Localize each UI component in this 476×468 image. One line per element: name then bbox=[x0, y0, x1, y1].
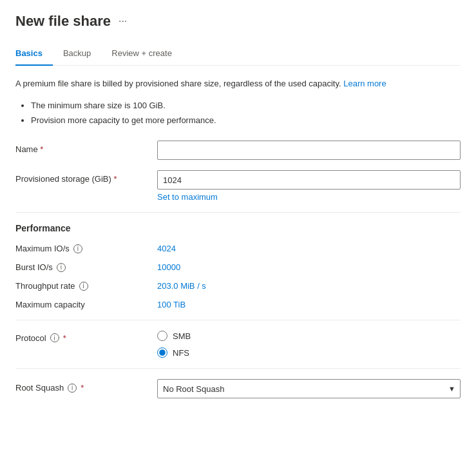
protocol-smb-radio[interactable] bbox=[157, 331, 167, 341]
provisioned-storage-wrapper: Set to maximum bbox=[157, 170, 461, 202]
provisioned-storage-row: Provisioned storage (GiB) * Set to maxim… bbox=[15, 170, 461, 202]
tab-review-create[interactable]: Review + create bbox=[111, 42, 182, 66]
bullet-1: The minimum share size is 100 GiB. bbox=[31, 98, 461, 113]
ellipsis-menu-button[interactable]: ··· bbox=[116, 14, 129, 28]
throughput-row: Throughput rate i 203.0 MiB / s bbox=[15, 281, 461, 291]
tab-basics[interactable]: Basics bbox=[15, 42, 53, 66]
page-title-row: New file share ··· bbox=[15, 13, 461, 30]
throughput-info-icon[interactable]: i bbox=[79, 282, 88, 291]
root-squash-info-icon[interactable]: i bbox=[68, 384, 77, 393]
root-squash-label: Root Squash i * bbox=[15, 379, 157, 393]
protocol-smb-label: SMB bbox=[173, 331, 191, 341]
name-label: Name * bbox=[15, 141, 157, 154]
max-capacity-value: 100 TiB bbox=[157, 300, 186, 309]
max-capacity-label: Maximum capacity bbox=[15, 300, 157, 309]
protocol-info-icon[interactable]: i bbox=[50, 333, 59, 342]
name-input[interactable] bbox=[157, 141, 461, 160]
info-bullets: The minimum share size is 100 GiB. Provi… bbox=[31, 98, 461, 128]
page-title: New file share bbox=[15, 13, 111, 30]
provisioned-storage-label: Provisioned storage (GiB) * bbox=[15, 170, 157, 184]
burst-ios-row: Burst IO/s i 10000 bbox=[15, 262, 461, 272]
name-input-wrapper bbox=[157, 141, 461, 160]
root-squash-row: Root Squash i * No Root Squash Root Squa… bbox=[15, 379, 461, 398]
divider-1 bbox=[15, 212, 461, 213]
protocol-row: Protocol i * SMB NFS bbox=[15, 331, 461, 358]
protocol-options-wrapper: SMB NFS bbox=[157, 331, 461, 358]
info-banner: A premium file share is billed by provis… bbox=[15, 77, 461, 90]
divider-3 bbox=[15, 368, 461, 369]
protocol-nfs-label: NFS bbox=[173, 348, 189, 358]
max-capacity-row: Maximum capacity 100 TiB bbox=[15, 300, 461, 309]
protocol-nfs-option[interactable]: NFS bbox=[157, 347, 461, 358]
learn-more-link[interactable]: Learn more bbox=[343, 79, 386, 88]
root-squash-select[interactable]: No Root Squash Root Squash All Squash bbox=[157, 379, 461, 398]
info-banner-text: A premium file share is billed by provis… bbox=[15, 79, 341, 88]
provisioned-required-indicator: * bbox=[113, 174, 117, 184]
protocol-label: Protocol i * bbox=[15, 331, 157, 343]
max-ios-info-icon[interactable]: i bbox=[73, 244, 82, 253]
max-ios-label: Maximum IO/s i bbox=[15, 244, 157, 253]
divider-2 bbox=[15, 320, 461, 320]
set-to-maximum-link[interactable]: Set to maximum bbox=[157, 192, 218, 202]
protocol-nfs-radio[interactable] bbox=[157, 347, 167, 358]
root-squash-required-indicator: * bbox=[81, 383, 84, 393]
protocol-smb-option[interactable]: SMB bbox=[157, 331, 461, 341]
bullet-2: Provision more capacity to get more perf… bbox=[31, 113, 461, 128]
root-squash-select-wrapper: No Root Squash Root Squash All Squash ▼ bbox=[157, 379, 461, 398]
provisioned-storage-input[interactable] bbox=[157, 170, 461, 190]
name-required-indicator: * bbox=[40, 144, 43, 154]
max-ios-value: 4024 bbox=[157, 244, 176, 253]
performance-section-title: Performance bbox=[15, 223, 461, 233]
tab-backup[interactable]: Backup bbox=[63, 42, 101, 66]
max-ios-row: Maximum IO/s i 4024 bbox=[15, 244, 461, 253]
protocol-required-indicator: * bbox=[63, 333, 66, 343]
burst-ios-value: 10000 bbox=[157, 262, 180, 272]
tabs-bar: Basics Backup Review + create bbox=[15, 41, 461, 66]
burst-ios-label: Burst IO/s i bbox=[15, 262, 157, 272]
throughput-value: 203.0 MiB / s bbox=[157, 281, 206, 291]
protocol-radio-group: SMB NFS bbox=[157, 331, 461, 358]
root-squash-wrapper: No Root Squash Root Squash All Squash ▼ bbox=[157, 379, 461, 398]
name-field-row: Name * bbox=[15, 141, 461, 160]
burst-ios-info-icon[interactable]: i bbox=[57, 263, 66, 272]
throughput-label: Throughput rate i bbox=[15, 281, 157, 291]
